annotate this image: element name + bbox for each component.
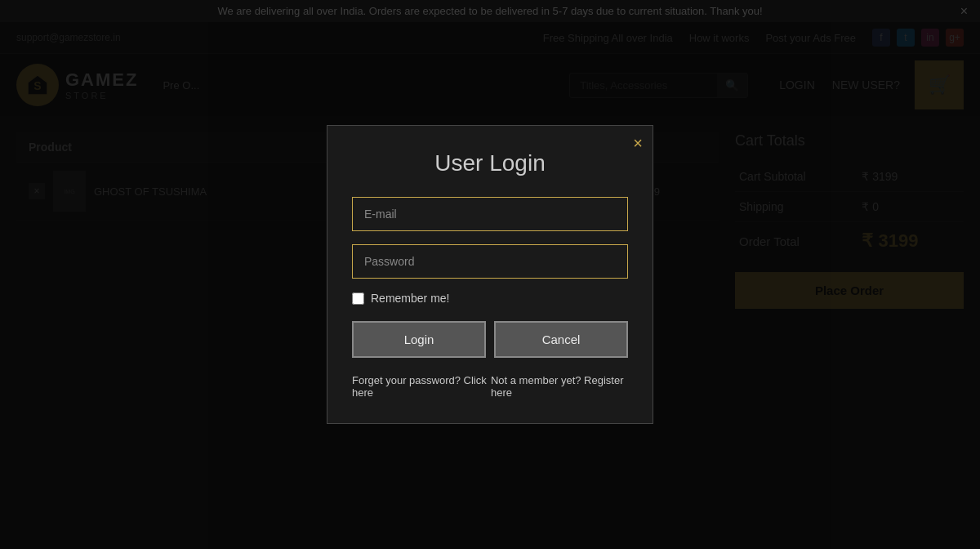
modal-overlay: × User Login Remember me! Login Cancel F…: [0, 0, 980, 549]
register-link[interactable]: Not a member yet? Register here: [491, 374, 628, 399]
remember-label: Remember me!: [371, 292, 449, 305]
modal-buttons: Login Cancel: [352, 321, 628, 358]
modal-login-button[interactable]: Login: [352, 321, 486, 358]
password-field[interactable]: [352, 244, 628, 279]
modal-cancel-button[interactable]: Cancel: [494, 321, 628, 358]
remember-checkbox[interactable]: [352, 292, 364, 305]
forgot-password-link[interactable]: Forget your password? Click here: [352, 374, 491, 399]
login-modal: × User Login Remember me! Login Cancel F…: [327, 125, 653, 424]
modal-close-button[interactable]: ×: [633, 134, 643, 153]
modal-links: Forget your password? Click here Not a m…: [352, 374, 628, 399]
remember-row: Remember me!: [352, 292, 628, 305]
email-field[interactable]: [352, 197, 628, 231]
modal-title: User Login: [352, 150, 628, 176]
